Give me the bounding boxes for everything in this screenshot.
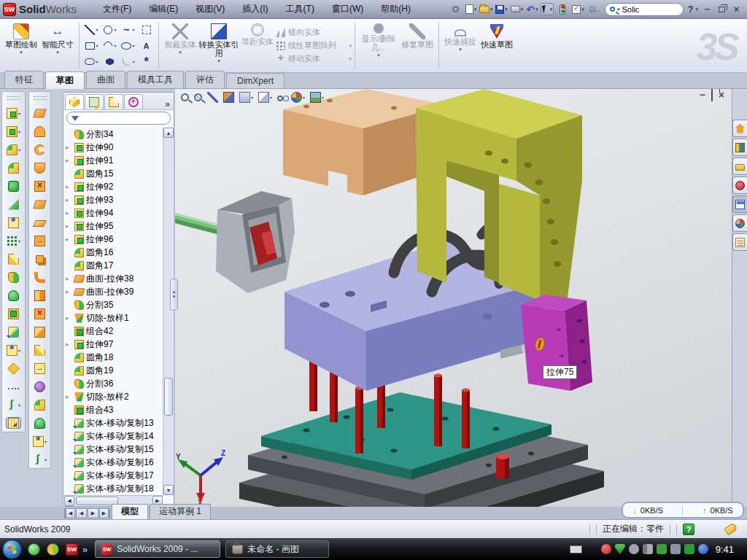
ribbon-tab[interactable]: 特征 [4, 71, 44, 88]
chamfer-icon[interactable]: ▾ [8, 162, 19, 174]
planar-surface-icon[interactable]: ▾ [34, 217, 45, 228]
taskbar-button-paint[interactable]: 未命名 - 画图 [225, 540, 329, 558]
dropdown-arrow-icon[interactable]: ▾ [96, 27, 98, 32]
draft-icon[interactable]: ▾ [8, 217, 19, 228]
tree-item[interactable]: 分割35 [66, 298, 163, 311]
move-surface-icon[interactable]: ▾ [34, 362, 45, 374]
extend-surface-icon[interactable]: ▾ [34, 271, 45, 283]
previous-view-icon[interactable]: ▾ [207, 90, 218, 104]
quick-launch-chevron-icon[interactable]: » [82, 544, 88, 555]
update-check-tray-icon[interactable] [629, 544, 639, 554]
ribbon-tab[interactable]: DimXpert [226, 73, 285, 88]
upload-tray-icon[interactable] [657, 544, 667, 554]
dropdown-arrow-icon[interactable]: ▾ [114, 27, 116, 32]
section-view-icon[interactable]: ▾ [223, 90, 234, 104]
pin-icon[interactable] [449, 3, 462, 15]
scene-icon[interactable]: ▾ [310, 90, 324, 104]
line-icon[interactable]: ▾ [82, 22, 101, 38]
more-tabs-chevron-icon[interactable] [163, 99, 172, 109]
fillet-icon[interactable]: ▾ [7, 144, 20, 155]
new-file-button[interactable]: ▾ [464, 3, 477, 15]
taskbar-clock[interactable]: 9:41 [713, 544, 741, 555]
delete-body-icon[interactable]: ▾ [8, 289, 19, 301]
options-button[interactable]: ▾ [571, 3, 584, 15]
view-palette-icon[interactable] [732, 195, 747, 213]
restore-button[interactable] [716, 4, 728, 15]
dropdown-arrow-icon[interactable]: ▾ [114, 43, 116, 48]
motion-study-tab[interactable]: 运动算例 1 [150, 504, 211, 519]
print-button[interactable]: ▾ [510, 3, 523, 15]
convert-entities-button[interactable]: 转换实体引用▾ [198, 21, 239, 70]
expand-arrow-icon[interactable] [66, 196, 72, 203]
dropdown-arrow-icon[interactable]: ▾ [44, 457, 47, 462]
dropdown-arrow-icon[interactable]: ▾ [284, 95, 286, 100]
freeform-icon[interactable]: ▾ [34, 381, 45, 392]
sketch-text-icon[interactable]: ▾ [137, 38, 155, 54]
tree-item[interactable]: 圆角15 [66, 167, 163, 180]
graphics-viewport[interactable]: Y Z X ▾ ▾ ▾ [175, 89, 732, 507]
expand-arrow-icon[interactable] [66, 236, 72, 243]
sketch-fillet-icon[interactable]: ▾ [119, 54, 137, 70]
olive-bracket[interactable] [416, 89, 582, 309]
tree-item[interactable]: 切除-放样2 [66, 390, 163, 403]
tree-item[interactable]: 拉伸90 [66, 141, 163, 154]
model-canvas[interactable]: Y Z X [175, 89, 732, 507]
dropdown-arrow-icon[interactable]: ▾ [349, 56, 352, 62]
move-entities-button[interactable]: 移动实体 ▾ [276, 53, 352, 64]
solidworks-quick-icon[interactable]: SW [66, 543, 78, 556]
panel-splitter-handle[interactable]: ▲▼ [170, 279, 178, 311]
ruled-surface-icon[interactable]: ▾ [34, 344, 45, 356]
zoom-area-icon[interactable]: ▾ [194, 90, 202, 104]
expand-arrow-icon[interactable] [66, 157, 72, 164]
curve-icon[interactable]: ▾ [7, 399, 20, 411]
last-tab-button[interactable]: ▶ [99, 508, 110, 518]
tree-item[interactable]: 拉伸97 [66, 338, 163, 351]
polygon-icon[interactable]: ▾ [101, 54, 119, 70]
display-delete-relations-button[interactable]: 显示/删除几...▾ [358, 21, 399, 70]
prev-tab-button[interactable]: ◀ [76, 508, 87, 518]
expand-arrow-icon[interactable] [66, 393, 72, 400]
appearances-icon[interactable]: ▾ [291, 90, 305, 104]
menu-item[interactable]: 编辑(E) [140, 0, 187, 18]
ribbon-tab[interactable]: 草图 [45, 71, 85, 89]
dropdown-arrow-icon[interactable]: ▾ [132, 27, 134, 32]
boundary-surface-icon[interactable]: ▾ [34, 144, 45, 155]
display-style-icon[interactable]: ▾ [258, 90, 272, 104]
taskbar-button-solidworks[interactable]: SW SolidWorks 2009 - ... [95, 540, 220, 558]
rapid-sketch-button[interactable]: 快速草图 [479, 21, 515, 70]
replace-face-icon[interactable]: ▾ [34, 326, 45, 338]
offset-surface-icon[interactable]: ▾ [34, 235, 45, 246]
feature-manager-tab[interactable] [65, 94, 84, 109]
surface-fillet-icon[interactable]: ▾ [34, 399, 45, 411]
tree-item[interactable]: 拉伸94 [66, 206, 163, 219]
doc-minimize-button[interactable]: − [700, 90, 705, 100]
dropdown-arrow-icon[interactable]: ▾ [349, 43, 352, 49]
tree-filter-input[interactable] [66, 112, 171, 125]
menu-item[interactable]: 帮助(H) [372, 0, 419, 18]
ellipse-icon[interactable]: ▾ [119, 38, 137, 54]
scroll-left-arrow-icon[interactable]: ◀ [64, 496, 74, 506]
appearances-scenes-icon[interactable] [732, 214, 747, 232]
dropdown-arrow-icon[interactable]: ▾ [18, 238, 20, 244]
dropdown-arrow-icon[interactable]: ▾ [44, 439, 47, 444]
solidworks-resources-icon[interactable] [732, 120, 747, 137]
next-tab-button[interactable]: ▶ [88, 508, 98, 518]
shield-tray-icon[interactable] [615, 544, 625, 554]
tree-item[interactable]: 圆角19 [66, 364, 163, 377]
menu-item[interactable]: 文件(F) [94, 0, 140, 18]
scroll-up-arrow-icon[interactable]: ▲ [163, 128, 174, 138]
tree-item[interactable]: 实体-移动/复制15 [66, 443, 163, 456]
menu-item[interactable]: 视图(V) [187, 0, 233, 18]
expand-arrow-icon[interactable] [66, 183, 72, 190]
toolbox-icon[interactable] [732, 176, 747, 194]
move-copy-body-icon[interactable]: ▾ [8, 326, 19, 338]
expand-arrow-icon[interactable] [66, 144, 72, 151]
ribbon-tab[interactable]: 曲面 [86, 71, 125, 88]
dropdown-arrow-icon[interactable]: ▾ [96, 43, 98, 48]
lofted-surface-icon[interactable]: ▾ [34, 162, 45, 174]
tree-item[interactable]: 分割34 [66, 128, 163, 141]
tree-item[interactable]: 实体-移动/复制14 [66, 429, 163, 443]
revolved-boss-icon[interactable]: ▾ [7, 125, 20, 137]
start-button[interactable] [2, 540, 22, 559]
reference-geometry-icon[interactable]: ▾ [7, 344, 20, 356]
